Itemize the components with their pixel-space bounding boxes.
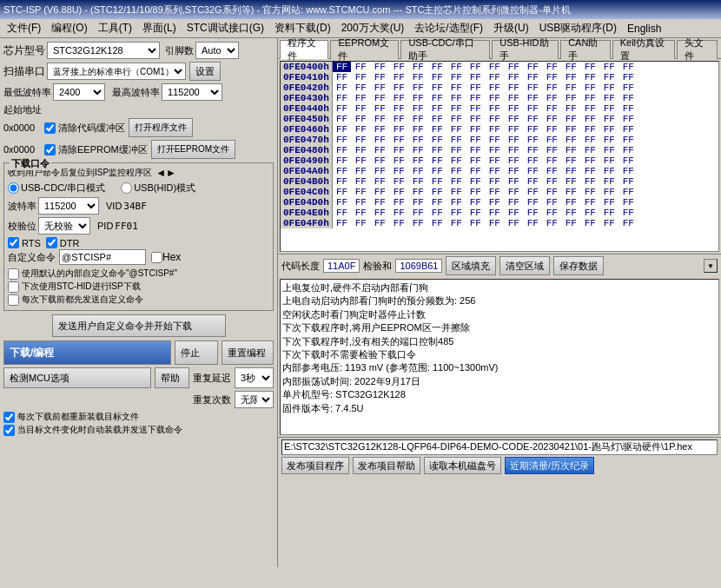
hex-cell[interactable]: FF bbox=[427, 218, 446, 228]
hex-cell[interactable]: FF bbox=[466, 208, 485, 218]
hex-cell[interactable]: FF bbox=[504, 93, 523, 103]
hex-cell[interactable]: FF bbox=[370, 218, 389, 228]
hex-cell[interactable]: FF bbox=[542, 145, 561, 155]
hex-cell[interactable]: FF bbox=[427, 208, 446, 218]
hex-cell[interactable]: FF bbox=[504, 124, 523, 135]
hex-cell[interactable]: FF bbox=[446, 72, 466, 83]
hex-address[interactable]: 0FE0480h bbox=[281, 145, 332, 155]
hex-cell[interactable]: FF bbox=[542, 135, 561, 145]
hex-cell[interactable]: FF bbox=[542, 72, 561, 83]
dtr-checkbox[interactable] bbox=[46, 237, 57, 248]
hex-cell[interactable]: FF bbox=[446, 176, 466, 187]
save-data-button[interactable]: 保存数据 bbox=[553, 256, 604, 275]
pin-count-select[interactable]: Auto bbox=[195, 42, 239, 59]
hex-cell[interactable]: FF bbox=[618, 145, 638, 155]
hex-cell[interactable]: FF bbox=[561, 103, 580, 114]
hex-cell[interactable]: FF bbox=[332, 124, 351, 135]
hex-address[interactable]: 0FE0450h bbox=[281, 114, 332, 124]
hex-cell[interactable]: FF bbox=[580, 62, 599, 72]
hex-cell[interactable]: FF bbox=[523, 166, 542, 176]
hex-cell[interactable]: FF bbox=[561, 62, 580, 72]
reset-program-button[interactable]: 重置编程 bbox=[222, 340, 274, 365]
hex-cell[interactable]: FF bbox=[408, 93, 427, 103]
hex-cell[interactable]: FF bbox=[599, 62, 618, 72]
hex-cell[interactable]: FF bbox=[618, 155, 638, 166]
hex-cell[interactable]: FF bbox=[408, 166, 427, 176]
hex-cell[interactable]: FF bbox=[523, 114, 542, 124]
hex-cell[interactable]: FF bbox=[351, 135, 370, 145]
hex-cell[interactable]: FF bbox=[504, 197, 523, 208]
hex-cell[interactable]: FF bbox=[427, 166, 446, 176]
menu-program[interactable]: 编程(O) bbox=[46, 19, 92, 37]
hex-cell[interactable]: FF bbox=[427, 135, 446, 145]
hex-address[interactable]: 0FE0440h bbox=[281, 103, 332, 114]
hex-cell[interactable]: FF bbox=[599, 124, 618, 135]
hex-cell[interactable]: FF bbox=[370, 166, 389, 176]
hex-cell[interactable]: FF bbox=[389, 166, 408, 176]
hex-cell[interactable]: FF bbox=[408, 187, 427, 197]
hex-cell[interactable]: FF bbox=[351, 155, 370, 166]
send-download-button[interactable]: 发送用户自定义命令并开始下载 bbox=[52, 314, 226, 337]
hex-cell[interactable]: FF bbox=[389, 83, 408, 93]
tab-keil[interactable]: Keil仿真设置 bbox=[612, 40, 676, 59]
hex-cell[interactable]: FF bbox=[504, 145, 523, 155]
hex-cell[interactable]: FF bbox=[351, 114, 370, 124]
hex-address[interactable]: 0FE0400h bbox=[281, 62, 332, 72]
hex-address[interactable]: 0FE04D0h bbox=[281, 197, 332, 208]
hex-cell[interactable]: FF bbox=[446, 103, 466, 114]
settings-button[interactable]: 设置 bbox=[189, 62, 221, 81]
menu-usb-driver[interactable]: USB驱动程序(D) bbox=[534, 19, 622, 37]
hex-cell[interactable]: FF bbox=[580, 93, 599, 103]
reload-target-checkbox[interactable] bbox=[3, 412, 15, 423]
hex-cell[interactable]: FF bbox=[408, 124, 427, 135]
hex-cell[interactable]: FF bbox=[618, 72, 638, 83]
hex-cell[interactable]: FF bbox=[580, 103, 599, 114]
hex-cell[interactable]: FF bbox=[523, 208, 542, 218]
hex-cell[interactable]: FF bbox=[389, 124, 408, 135]
hex-cell[interactable]: FF bbox=[351, 176, 370, 187]
hex-cell[interactable]: FF bbox=[618, 124, 638, 135]
hex-cell[interactable]: FF bbox=[408, 208, 427, 218]
hex-cell[interactable]: FF bbox=[485, 176, 504, 187]
hex-cell[interactable]: FF bbox=[542, 62, 561, 72]
hex-cell[interactable]: FF bbox=[618, 114, 638, 124]
detect-mcu-button[interactable]: 检测MCU选项 bbox=[3, 367, 151, 388]
hex-cell[interactable]: FF bbox=[427, 114, 446, 124]
hex-cell[interactable]: FF bbox=[618, 83, 638, 93]
hex-cell[interactable]: FF bbox=[561, 176, 580, 187]
hex-address[interactable]: 0FE04A0h bbox=[281, 166, 332, 176]
tab-usb-cdc[interactable]: USB-CDC/串口助手 bbox=[400, 40, 490, 59]
hex-cell[interactable]: FF bbox=[351, 103, 370, 114]
hex-cell[interactable]: FF bbox=[580, 155, 599, 166]
hex-cell[interactable]: FF bbox=[351, 83, 370, 93]
hex-address[interactable]: 0FE04B0h bbox=[281, 176, 332, 187]
hex-cell[interactable]: FF bbox=[332, 83, 351, 93]
hex-cell[interactable]: FF bbox=[504, 166, 523, 176]
hex-cell[interactable]: FF bbox=[370, 62, 389, 72]
hex-cell[interactable]: FF bbox=[485, 187, 504, 197]
hex-cell[interactable]: FF bbox=[580, 218, 599, 228]
tab-can[interactable]: CAN助手 bbox=[560, 40, 611, 59]
hex-cell[interactable]: FF bbox=[389, 62, 408, 72]
hex-cell[interactable]: FF bbox=[408, 114, 427, 124]
hex-cell[interactable]: FF bbox=[599, 176, 618, 187]
hex-cell[interactable]: FF bbox=[332, 114, 351, 124]
hex-cell[interactable]: FF bbox=[351, 124, 370, 135]
hex-address[interactable]: 0FE0460h bbox=[281, 124, 332, 135]
hex-cell[interactable]: FF bbox=[561, 124, 580, 135]
hex-cell[interactable]: FF bbox=[542, 187, 561, 197]
hex-cell[interactable]: FF bbox=[466, 135, 485, 145]
max-baud-select[interactable]: 115200 bbox=[162, 83, 222, 101]
hex-cell[interactable]: FF bbox=[370, 187, 389, 197]
usb-hid-radio[interactable] bbox=[121, 182, 132, 194]
hex-cell[interactable]: FF bbox=[351, 187, 370, 197]
hex-cell[interactable]: FF bbox=[561, 155, 580, 166]
hex-cell[interactable]: FF bbox=[466, 187, 485, 197]
hex-cell[interactable]: FF bbox=[427, 62, 446, 72]
hex-cell[interactable]: FF bbox=[332, 218, 351, 228]
hex-cell[interactable]: FF bbox=[389, 93, 408, 103]
clear-eeprom-checkbox[interactable] bbox=[44, 144, 56, 155]
parity-select[interactable]: 无校验 bbox=[38, 217, 90, 235]
hex-cell[interactable]: FF bbox=[427, 93, 446, 103]
hex-cell[interactable]: FF bbox=[466, 155, 485, 166]
